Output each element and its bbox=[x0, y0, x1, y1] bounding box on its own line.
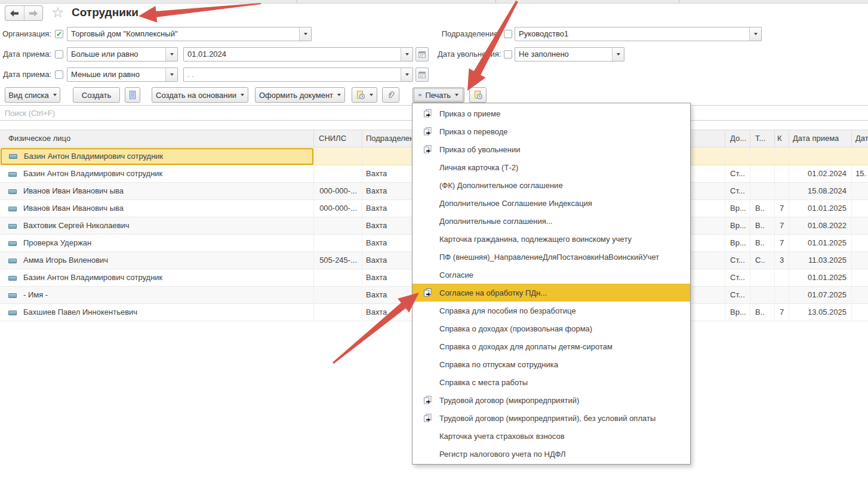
back-button[interactable] bbox=[5, 6, 24, 20]
column-header-date2[interactable]: Дат bbox=[852, 130, 868, 147]
cell-hire-date[interactable] bbox=[789, 148, 852, 165]
cell-snils[interactable]: 000-000-... bbox=[314, 183, 362, 199]
attachments-button[interactable] bbox=[382, 87, 399, 103]
cell-contract[interactable]: Ст... bbox=[725, 252, 750, 269]
cell-person[interactable]: Базин Антон Владимирович сотрудник bbox=[0, 165, 314, 182]
cell-person[interactable]: Вахтовик Сергей Николаевич bbox=[0, 217, 314, 234]
create-button[interactable]: Создать bbox=[73, 87, 120, 103]
cell-date2[interactable] bbox=[852, 183, 868, 199]
cell-date2[interactable] bbox=[852, 287, 868, 303]
column-header-k[interactable]: К bbox=[775, 130, 789, 147]
cell-person[interactable]: Базин Антон Владимирович сотрудник bbox=[0, 269, 314, 286]
menu-item-dop-soglasheniya[interactable]: Дополнительные соглашения... bbox=[413, 212, 690, 230]
menu-item-prikaz-o-prieme[interactable]: Приказ о приеме bbox=[413, 105, 690, 122]
cell-person[interactable]: Проверка Удержан bbox=[0, 235, 314, 251]
cell-person[interactable]: Иванов Иван Иванович ыва bbox=[0, 183, 314, 199]
print-button[interactable]: Печать bbox=[413, 87, 464, 103]
column-header-type[interactable]: Т... bbox=[750, 130, 775, 147]
cell-type[interactable] bbox=[750, 183, 775, 199]
column-header-person[interactable]: Физическое лицо bbox=[0, 130, 314, 147]
cell-contract[interactable]: Вр... bbox=[725, 235, 750, 251]
cell-snils[interactable]: 000-000-... bbox=[314, 200, 362, 217]
calendar-button[interactable] bbox=[415, 47, 429, 62]
cell-type[interactable]: С.. bbox=[750, 252, 775, 269]
cell-k[interactable] bbox=[775, 183, 789, 199]
cell-contract[interactable]: Ст... bbox=[725, 165, 750, 182]
cell-k[interactable] bbox=[775, 269, 789, 286]
menu-item-lichnaya-kartochka[interactable]: Личная карточка (Т-2) bbox=[413, 158, 690, 176]
cell-snils[interactable] bbox=[314, 304, 362, 321]
cell-snils[interactable] bbox=[314, 287, 362, 303]
menu-item-spravka-s-mesta-raboty[interactable]: Справка с места работы bbox=[413, 373, 690, 391]
chevron-down-icon[interactable] bbox=[401, 48, 413, 61]
department-checkbox[interactable] bbox=[504, 30, 512, 38]
cell-type[interactable] bbox=[750, 269, 775, 286]
chevron-down-icon[interactable] bbox=[401, 68, 413, 81]
hire-date-to-input[interactable]: . . bbox=[183, 67, 413, 82]
hire-date-from-input[interactable]: 01.01.2024 bbox=[183, 47, 413, 62]
cell-date2[interactable] bbox=[852, 200, 868, 217]
issue-document-button[interactable]: Оформить документ bbox=[255, 87, 345, 103]
menu-item-dop-soglashenie-indeksaciya[interactable]: Дополнительное Соглашение Индексация bbox=[413, 194, 690, 212]
create-based-on-button[interactable]: Создать на основании bbox=[152, 87, 248, 103]
menu-item-soglasie-pdn[interactable]: Согласие на обработку ПДн... bbox=[413, 284, 690, 302]
cell-contract[interactable]: Вр... bbox=[725, 217, 750, 234]
cell-type[interactable]: В.. bbox=[750, 304, 775, 321]
menu-item-kartochka-strahovyh-vznosov[interactable]: Карточка учета страховых взносов bbox=[413, 427, 690, 445]
cell-hire-date[interactable]: 15.08.2024 bbox=[789, 183, 852, 199]
cell-k[interactable] bbox=[775, 165, 789, 182]
cell-type[interactable] bbox=[750, 165, 775, 182]
cell-date2[interactable] bbox=[852, 217, 868, 234]
cell-contract[interactable]: Ст... bbox=[725, 269, 750, 286]
fire-date-checkbox[interactable] bbox=[504, 50, 512, 59]
department-input[interactable]: Руководство1 bbox=[515, 27, 762, 41]
column-header-contract[interactable]: До... bbox=[725, 130, 750, 147]
hire-date-to-checkbox[interactable] bbox=[55, 70, 63, 79]
menu-item-trudovoy-dogovor[interactable]: Трудовой договор (микропредприятий) bbox=[413, 391, 690, 409]
cell-person[interactable]: Иванов Иван Иванович ыва bbox=[0, 200, 314, 217]
cell-k[interactable]: 7 bbox=[775, 304, 789, 321]
menu-item-prikaz-ob-uvolnenii[interactable]: Приказ об увольнении bbox=[413, 140, 690, 158]
cell-k[interactable]: 7 bbox=[775, 235, 789, 251]
copy-list-button[interactable] bbox=[125, 87, 140, 103]
cell-date2[interactable] bbox=[852, 269, 868, 286]
cell-date2[interactable] bbox=[852, 252, 868, 269]
cell-k[interactable]: 7 bbox=[775, 200, 789, 217]
forward-button[interactable] bbox=[24, 6, 43, 20]
cell-snils[interactable] bbox=[314, 235, 362, 251]
menu-item-soglasie[interactable]: Согласие bbox=[413, 266, 690, 284]
cell-date2[interactable] bbox=[852, 235, 868, 251]
cell-contract[interactable]: Ст... bbox=[725, 287, 750, 303]
cell-type[interactable] bbox=[750, 148, 775, 165]
cell-contract[interactable] bbox=[725, 148, 750, 165]
cell-hire-date[interactable]: 01.02.2024 bbox=[789, 165, 852, 182]
cell-hire-date[interactable]: 01.07.2025 bbox=[789, 287, 852, 303]
cell-type[interactable] bbox=[750, 287, 775, 303]
cell-type[interactable]: В.. bbox=[750, 200, 775, 217]
cell-k[interactable]: 3 bbox=[775, 252, 789, 269]
menu-item-kartochka-grazhdanina[interactable]: Карточка гражданина, подлежащего воинско… bbox=[413, 230, 690, 248]
hire-date-to-operator-select[interactable]: Меньше или равно bbox=[67, 67, 178, 82]
organization-input[interactable]: Торговый дом "Комплексный" bbox=[67, 27, 312, 41]
cell-k[interactable]: 7 bbox=[775, 217, 789, 234]
menu-item-prikaz-o-perevode[interactable]: Приказ о переводе bbox=[413, 122, 690, 140]
document-log-button[interactable] bbox=[469, 87, 487, 103]
menu-item-pf-vneshnyaya[interactable]: ПФ (внешняя)_НаправлениеДляПостановкиНаВ… bbox=[413, 248, 690, 266]
favorite-star-icon[interactable]: ☆ bbox=[51, 5, 64, 20]
menu-item-fk-dop-soglashenie[interactable]: (ФК) Дополнительное соглашение bbox=[413, 176, 690, 194]
hire-date-from-checkbox[interactable] bbox=[55, 50, 63, 59]
cell-date2[interactable] bbox=[852, 148, 868, 165]
cell-snils[interactable] bbox=[314, 165, 362, 182]
chevron-down-icon[interactable] bbox=[299, 27, 311, 41]
chevron-down-icon[interactable] bbox=[749, 27, 761, 41]
chevron-down-icon[interactable] bbox=[165, 68, 177, 81]
cell-k[interactable] bbox=[775, 148, 789, 165]
cell-person[interactable]: Базин Антон Владимирович сотрудник bbox=[0, 148, 314, 165]
cell-snils[interactable] bbox=[314, 217, 362, 234]
calendar-button[interactable] bbox=[415, 67, 429, 82]
cell-snils[interactable]: 505-245-... bbox=[314, 252, 362, 269]
cell-date2[interactable] bbox=[852, 304, 868, 321]
column-header-snils[interactable]: СНИЛС bbox=[314, 130, 362, 147]
fire-date-select[interactable]: Не заполнено bbox=[515, 47, 624, 62]
cell-hire-date[interactable]: 01.01.2025 bbox=[789, 269, 852, 286]
